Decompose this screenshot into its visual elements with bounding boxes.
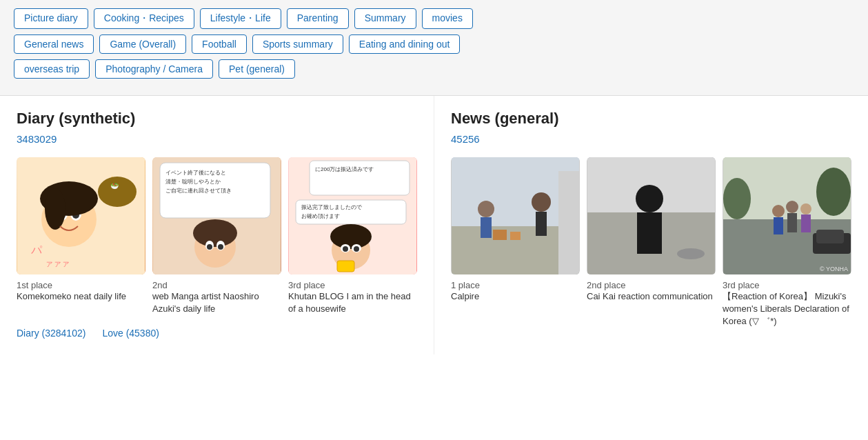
svg-point-41 <box>478 201 494 217</box>
news-item-2-title: Cai Kai reaction communication <box>587 290 716 303</box>
diary-column-title: Diary (synthetic) <box>17 110 417 128</box>
news-item-1-title: Calpire <box>451 290 580 303</box>
svg-point-20 <box>193 219 237 247</box>
svg-rect-37 <box>337 261 354 272</box>
tag-game-overall[interactable]: Game (Overall) <box>99 34 186 54</box>
diary-item-2-image: イベント終了後になると 清楚・聡明しやろとか ご自宅に連れ回させて頂き <box>152 157 281 274</box>
svg-point-51 <box>636 185 663 212</box>
svg-point-12 <box>98 177 137 207</box>
svg-point-45 <box>532 192 551 212</box>
news-column-title: News (general) <box>451 110 851 128</box>
news-item-1[interactable]: 1 place Calpire <box>451 157 580 328</box>
news-item-3[interactable]: © YONHA 3rd place 【Reaction of Korea】 Mi… <box>723 157 851 328</box>
tags-row-3: overseas trip Photography / Camera Pet (… <box>14 59 854 79</box>
diary-item-2-title: web Manga artist Naoshiro Azuki's daily … <box>152 290 281 315</box>
diary-item-1-title: Komekomeko neat daily life <box>17 290 145 303</box>
diary-items-grid: ✦ ✦ パ ァァァ 🥗 1st place Komekomeko neat da… <box>17 157 417 315</box>
svg-text:🥗: 🥗 <box>110 181 119 190</box>
tags-section: Picture diary Cooking・Recipes Lifestyle・… <box>0 0 868 96</box>
tags-row-2: General news Game (Overall) Football Spo… <box>14 34 854 54</box>
tag-photography-camera[interactable]: Photography / Camera <box>95 59 213 79</box>
svg-point-24 <box>218 244 223 250</box>
news-item-1-image <box>451 157 580 274</box>
tag-overseas-trip[interactable]: overseas trip <box>14 59 90 79</box>
svg-text:イベント終了後になると: イベント終了後になると <box>165 170 226 176</box>
love-link[interactable]: Love (45380) <box>102 328 159 339</box>
diary-column: Diary (synthetic) 3483029 <box>0 96 434 354</box>
tag-movies[interactable]: movies <box>422 8 473 29</box>
svg-text:振込完了致しましたので: 振込完了致しましたので <box>301 204 363 210</box>
tag-cooking-recipes[interactable]: Cooking・Recipes <box>94 8 194 29</box>
svg-point-7 <box>45 188 65 230</box>
news-column-count: 45256 <box>451 133 851 145</box>
diary-column-count: 3483029 <box>17 133 417 145</box>
diary-link[interactable]: Diary (3284102) <box>17 328 85 339</box>
svg-rect-62 <box>787 213 797 232</box>
tag-football[interactable]: Football <box>192 34 247 54</box>
svg-text:清楚・聡明しやろとか: 清楚・聡明しやろとか <box>165 179 221 185</box>
svg-text:© YONHA: © YONHA <box>820 266 848 272</box>
svg-rect-64 <box>801 214 811 232</box>
diary-item-3-image: に200万は振込済みです 振込完了致しましたので お確め頂けます <box>288 157 417 274</box>
diary-item-3[interactable]: に200万は振込済みです 振込完了致しましたので お確め頂けます <box>288 157 417 315</box>
svg-text:ァァァ: ァァァ <box>45 259 70 268</box>
svg-rect-42 <box>481 217 492 238</box>
news-item-1-rank: 1 place <box>451 280 580 290</box>
svg-rect-47 <box>558 171 579 274</box>
tag-pet-general[interactable]: Pet (general) <box>219 59 295 79</box>
svg-point-61 <box>786 201 798 213</box>
diary-item-2-rank: 2nd <box>152 280 281 290</box>
news-item-3-image: © YONHA <box>723 157 851 274</box>
diary-item-3-rank: 3rd place <box>288 280 417 290</box>
main-content: Diary (synthetic) 3483029 <box>0 96 868 354</box>
news-items-grid: 1 place Calpire <box>451 157 851 328</box>
diary-item-2[interactable]: イベント終了後になると 清楚・聡明しやろとか ご自宅に連れ回させて頂き 2nd <box>152 157 281 315</box>
svg-rect-66 <box>816 230 844 243</box>
diary-item-1-rank: 1st place <box>17 280 145 290</box>
svg-point-23 <box>207 244 212 250</box>
tags-row-1: Picture diary Cooking・Recipes Lifestyle・… <box>14 8 854 29</box>
tag-picture-diary[interactable]: Picture diary <box>14 8 88 29</box>
svg-rect-52 <box>637 212 662 254</box>
diary-item-1[interactable]: ✦ ✦ パ ァァァ 🥗 1st place Komekomeko neat da… <box>17 157 145 315</box>
svg-rect-44 <box>510 232 521 240</box>
tag-lifestyle-life[interactable]: Lifestyle・Life <box>200 8 281 29</box>
svg-text:ご自宅に連れ回させて頂き: ご自宅に連れ回させて頂き <box>165 188 232 194</box>
svg-rect-46 <box>536 212 547 236</box>
tag-sports-summary[interactable]: Sports summary <box>252 34 343 54</box>
tag-summary[interactable]: Summary <box>354 8 416 29</box>
svg-point-59 <box>772 205 785 217</box>
tag-eating-dining[interactable]: Eating and dining out <box>349 34 461 54</box>
diary-item-1-image: ✦ ✦ パ ァァァ 🥗 <box>17 157 145 274</box>
news-item-3-rank: 3rd place <box>723 280 851 290</box>
svg-point-32 <box>330 224 372 249</box>
news-item-2-image <box>587 157 716 274</box>
svg-point-53 <box>677 248 705 259</box>
svg-rect-43 <box>493 230 507 240</box>
svg-text:パ: パ <box>30 244 43 256</box>
news-item-3-title: 【Reaction of Korea】 Mizuki's women's Lib… <box>723 290 851 328</box>
svg-point-58 <box>816 168 851 216</box>
news-column: News (general) 45256 <box>434 96 868 354</box>
news-item-2-rank: 2nd place <box>587 280 716 290</box>
tag-general-news[interactable]: General news <box>14 34 94 54</box>
svg-point-36 <box>354 246 359 252</box>
svg-point-63 <box>800 203 811 214</box>
svg-point-57 <box>723 178 751 219</box>
news-item-2[interactable]: 2nd place Cai Kai reaction communication <box>587 157 716 328</box>
diary-footer-links: Diary (3284102) Love (45380) <box>17 328 417 339</box>
svg-text:お確め頂けます: お確め頂けます <box>301 213 340 219</box>
svg-rect-60 <box>774 217 783 234</box>
svg-text:に200万は振込済みです: に200万は振込済みです <box>315 166 374 172</box>
diary-item-3-title: Khutan BLOG I am in the head of a housew… <box>288 290 417 315</box>
tag-parenting[interactable]: Parenting <box>287 8 349 29</box>
svg-point-35 <box>343 246 348 252</box>
